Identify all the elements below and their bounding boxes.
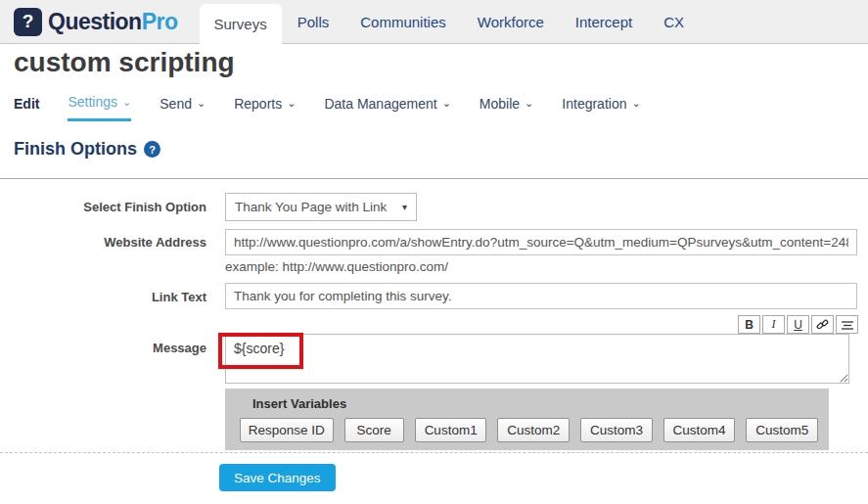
subnav-data-management[interactable]: Data Management ⌄ (324, 94, 450, 121)
bold-button[interactable]: B (738, 315, 760, 334)
link-button[interactable] (811, 315, 834, 334)
message-label: Message (0, 341, 206, 355)
finish-option-value: Thank You Page with Link (235, 200, 402, 214)
page-title: custom scripting (14, 47, 235, 78)
top-header: ? QuestionPro Surveys Polls Communities … (0, 0, 868, 44)
chevron-down-icon: ⌄ (122, 97, 131, 108)
questionpro-logo-icon: ? (14, 8, 42, 36)
nav-tab-workforce[interactable]: Workforce (462, 0, 560, 43)
subnav-integration-label: Integration (562, 96, 626, 112)
variable-button-custom1[interactable]: Custom1 (415, 418, 487, 442)
variable-button-response-id[interactable]: Response ID (240, 418, 334, 442)
subnav-settings[interactable]: Settings ⌄ (68, 94, 131, 121)
logo-glyph: ? (23, 11, 34, 32)
logo-wordmark: QuestionPro (48, 9, 178, 35)
underline-button[interactable]: U (787, 315, 809, 334)
questionpro-settings-page: ? QuestionPro Surveys Polls Communities … (0, 0, 868, 504)
section-head: Finish Options ? (14, 139, 160, 160)
subnav-edit[interactable]: Edit (14, 94, 39, 121)
link-icon (816, 318, 829, 331)
chevron-down-icon: ⌄ (525, 98, 533, 109)
variable-button-custom2[interactable]: Custom2 (497, 418, 570, 442)
nav-tab-communities[interactable]: Communities (344, 0, 462, 43)
questionpro-logo[interactable]: ? QuestionPro (0, 0, 178, 43)
subnav-edit-label: Edit (14, 96, 39, 112)
message-textarea[interactable]: ${score} (225, 334, 849, 384)
finish-option-select[interactable]: Thank You Page with Link ▾ (225, 193, 417, 221)
brand-second: Pro (142, 9, 178, 34)
subnav-reports-label: Reports (234, 96, 282, 112)
website-address-label: Website Address (0, 235, 206, 250)
variable-button-custom4[interactable]: Custom4 (663, 418, 736, 442)
variable-button-custom3[interactable]: Custom3 (580, 418, 653, 442)
italic-button[interactable]: I (762, 315, 785, 334)
subnav-reports[interactable]: Reports ⌄ (234, 94, 296, 121)
link-text-input[interactable] (225, 283, 857, 309)
message-format-toolbar: B I U (736, 315, 858, 334)
select-arrow-icon: ▾ (402, 202, 407, 212)
link-text-label: Link Text (0, 290, 206, 304)
website-address-input[interactable] (225, 229, 857, 255)
help-icon[interactable]: ? (144, 141, 160, 158)
subnav-send[interactable]: Send ⌄ (160, 94, 206, 121)
chevron-down-icon: ⌄ (287, 98, 296, 109)
align-icon (842, 319, 853, 331)
subnav-settings-label: Settings (68, 94, 117, 110)
subnav-integration[interactable]: Integration ⌄ (562, 94, 640, 121)
nav-tab-intercept[interactable]: Intercept (560, 0, 648, 43)
chevron-down-icon: ⌄ (631, 98, 640, 109)
main-nav: Surveys Polls Communities Workforce Inte… (200, 0, 701, 43)
chevron-down-icon: ⌄ (442, 98, 451, 109)
insert-variables-row: Response ID Score Custom1 Custom2 Custom… (240, 418, 829, 442)
variable-button-score[interactable]: Score (344, 418, 404, 442)
subnav-mobile-label: Mobile (480, 96, 520, 112)
survey-subnav: Edit Settings ⌄ Send ⌄ Reports ⌄ Data Ma… (14, 94, 669, 121)
section-divider (0, 178, 868, 179)
save-changes-button[interactable]: Save Changes (219, 464, 336, 491)
section-title: Finish Options (14, 139, 137, 160)
nav-tab-surveys[interactable]: Surveys (200, 4, 282, 44)
align-button[interactable] (836, 315, 858, 334)
brand-first: Question (48, 9, 142, 34)
nav-tab-cx[interactable]: CX (648, 0, 700, 43)
nav-tab-polls[interactable]: Polls (282, 0, 345, 43)
website-address-hint: example: http://www.questionpro.com/ (225, 259, 448, 274)
subnav-send-label: Send (160, 96, 192, 112)
finish-option-label: Select Finish Option (0, 200, 206, 214)
variable-button-custom5[interactable]: Custom5 (746, 418, 818, 442)
subnav-data-management-label: Data Management (324, 96, 436, 112)
insert-variables-title: Insert Variables (225, 389, 829, 411)
bottom-divider (0, 452, 868, 453)
chevron-down-icon: ⌄ (197, 98, 206, 109)
subnav-mobile[interactable]: Mobile ⌄ (480, 94, 533, 121)
insert-variables-panel: Insert Variables Response ID Score Custo… (225, 389, 829, 450)
